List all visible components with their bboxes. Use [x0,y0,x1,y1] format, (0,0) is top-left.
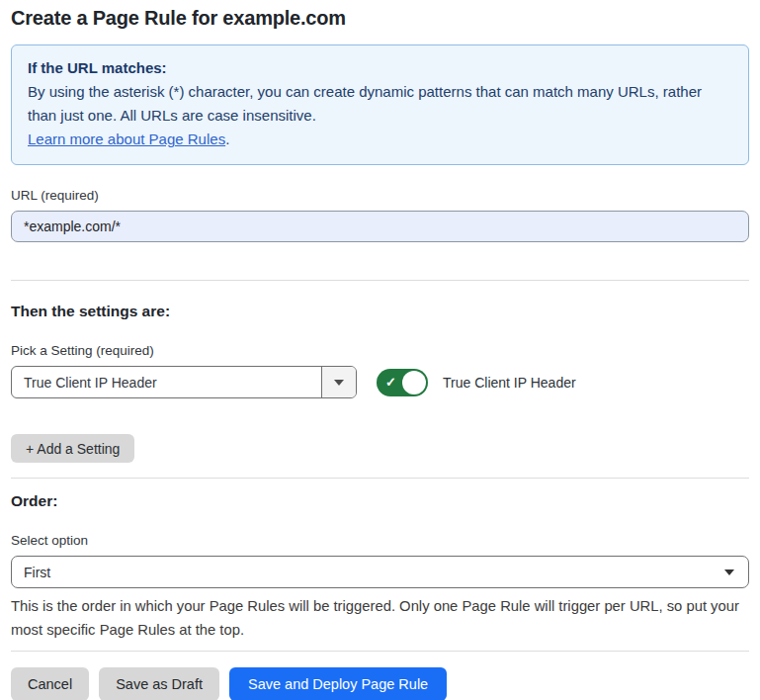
cancel-button[interactable]: Cancel [11,667,89,700]
add-setting-button[interactable]: + Add a Setting [11,434,134,463]
setting-toggle[interactable]: ✓ [377,369,428,396]
learn-more-link[interactable]: Learn more about Page Rules [28,131,225,147]
order-select-label: Select option [11,533,749,548]
divider-middle [11,478,749,479]
page-title: Create a Page Rule for example.com [11,7,749,30]
save-deploy-button[interactable]: Save and Deploy Page Rule [229,667,447,700]
setting-select[interactable]: True Client IP Header [11,366,357,398]
info-box-heading: If the URL matches: [28,56,732,80]
chevron-down-icon [334,380,344,386]
link-suffix: . [225,131,229,147]
url-input[interactable] [11,211,749,242]
order-select-value: First [24,565,50,580]
info-box-link-line: Learn more about Page Rules. [28,128,732,151]
order-help-text: This is the order in which your Page Rul… [11,594,746,642]
setting-toggle-label: True Client IP Header [443,375,576,391]
setting-select-value: True Client IP Header [12,367,321,397]
divider-top [11,280,749,281]
url-field-label: URL (required) [11,188,749,203]
info-box-body: By using the asterisk (*) character, you… [28,80,732,128]
setting-picker-label: Pick a Setting (required) [11,343,749,358]
page-rule-form: Create a Page Rule for example.com If th… [0,0,760,700]
divider-bottom [11,651,749,652]
url-match-info-box: If the URL matches: By using the asteris… [11,44,749,165]
settings-section-heading: Then the settings are: [11,303,749,320]
footer-actions: Cancel Save as Draft Save and Deploy Pag… [11,667,749,700]
check-icon: ✓ [385,376,396,389]
chevron-down-icon [724,569,734,575]
order-section-heading: Order: [11,492,749,510]
order-select[interactable]: First [11,556,749,588]
setting-row: True Client IP Header ✓ True Client IP H… [11,366,749,398]
toggle-knob [402,371,426,394]
save-draft-button[interactable]: Save as Draft [99,667,219,700]
setting-select-caret-button[interactable] [321,367,356,397]
